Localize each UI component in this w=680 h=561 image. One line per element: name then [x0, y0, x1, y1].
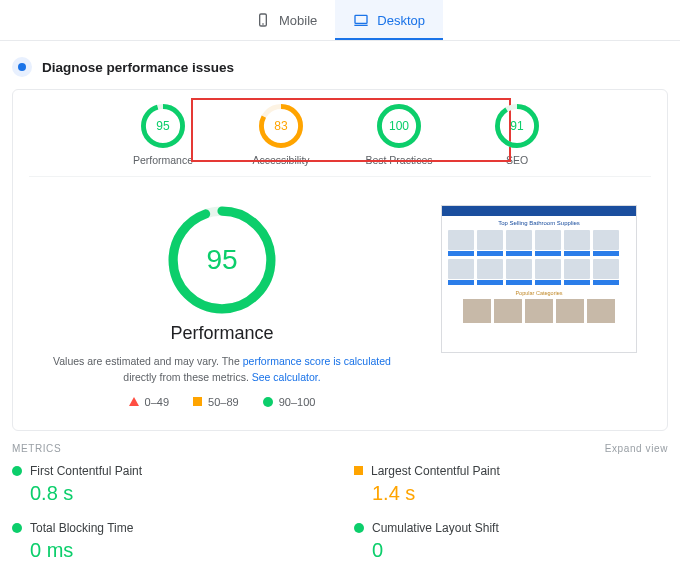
score-seo[interactable]: 91 SEO	[479, 104, 555, 166]
expand-view-link[interactable]: Expand view	[605, 443, 668, 454]
metrics-grid: First Contentful Paint 0.8 s Largest Con…	[0, 464, 680, 562]
tab-desktop[interactable]: Desktop	[335, 0, 443, 40]
performance-detail: 95 Performance Values are estimated and …	[29, 177, 651, 416]
legend-avg: 50–89	[208, 396, 239, 408]
page-screenshot-thumbnail: Top Selling Bathroom Supplies Popular Ca…	[441, 205, 637, 353]
legend-poor: 0–49	[145, 396, 169, 408]
score-performance-value: 95	[141, 104, 185, 148]
metric-fcp: First Contentful Paint 0.8 s	[12, 464, 326, 505]
score-performance-label: Performance	[125, 154, 201, 166]
score-calculation-link[interactable]: performance score is calculated	[243, 355, 391, 367]
metric-lcp-label: Largest Contentful Paint	[371, 464, 500, 478]
metric-lcp: Largest Contentful Paint 1.4 s	[354, 464, 668, 505]
performance-title: Performance	[43, 323, 401, 344]
metric-fcp-label: First Contentful Paint	[30, 464, 142, 478]
triangle-icon	[129, 397, 139, 406]
performance-blurb: Values are estimated and may vary. The p…	[43, 354, 401, 396]
score-best-practices-value: 100	[377, 104, 421, 148]
svg-rect-2	[355, 15, 367, 23]
score-accessibility[interactable]: 83 Accessibility	[243, 104, 319, 166]
tab-desktop-label: Desktop	[377, 13, 425, 28]
summary-scores: 95 Performance 83 Accessibility 100 Best…	[29, 90, 651, 177]
desktop-icon	[353, 12, 369, 28]
circle-icon	[263, 397, 273, 407]
score-performance[interactable]: 95 Performance	[125, 104, 201, 166]
score-legend: 0–49 50–89 90–100	[43, 396, 401, 408]
device-tabs: Mobile Desktop	[0, 0, 680, 41]
performance-main-score: 95	[167, 205, 277, 315]
circle-icon	[12, 466, 22, 476]
diagnose-icon	[12, 57, 32, 77]
metrics-heading: METRICS	[12, 443, 61, 454]
metric-tbt-label: Total Blocking Time	[30, 521, 133, 535]
score-seo-label: SEO	[479, 154, 555, 166]
metric-fcp-value: 0.8 s	[12, 482, 326, 505]
performance-card: 95 Performance 83 Accessibility 100 Best…	[12, 89, 668, 431]
diagnose-heading: Diagnose performance issues	[0, 41, 680, 89]
metric-tbt: Total Blocking Time 0 ms	[12, 521, 326, 562]
circle-icon	[12, 523, 22, 533]
tab-mobile-label: Mobile	[279, 13, 317, 28]
metric-cls-label: Cumulative Layout Shift	[372, 521, 499, 535]
tab-mobile[interactable]: Mobile	[237, 0, 335, 40]
metric-cls: Cumulative Layout Shift 0	[354, 521, 668, 562]
see-calculator-link[interactable]: See calculator.	[252, 371, 321, 383]
metric-tbt-value: 0 ms	[12, 539, 326, 562]
score-best-practices-label: Best Practices	[361, 154, 437, 166]
performance-main-gauge: 95	[167, 205, 277, 315]
diagnose-heading-text: Diagnose performance issues	[42, 60, 234, 75]
score-accessibility-label: Accessibility	[243, 154, 319, 166]
score-best-practices[interactable]: 100 Best Practices	[361, 104, 437, 166]
score-seo-value: 91	[495, 104, 539, 148]
metric-lcp-value: 1.4 s	[354, 482, 668, 505]
score-accessibility-value: 83	[259, 104, 303, 148]
legend-good: 90–100	[279, 396, 316, 408]
circle-icon	[354, 523, 364, 533]
square-icon	[193, 397, 202, 406]
square-icon	[354, 466, 363, 475]
metric-cls-value: 0	[354, 539, 668, 562]
mobile-icon	[255, 12, 271, 28]
